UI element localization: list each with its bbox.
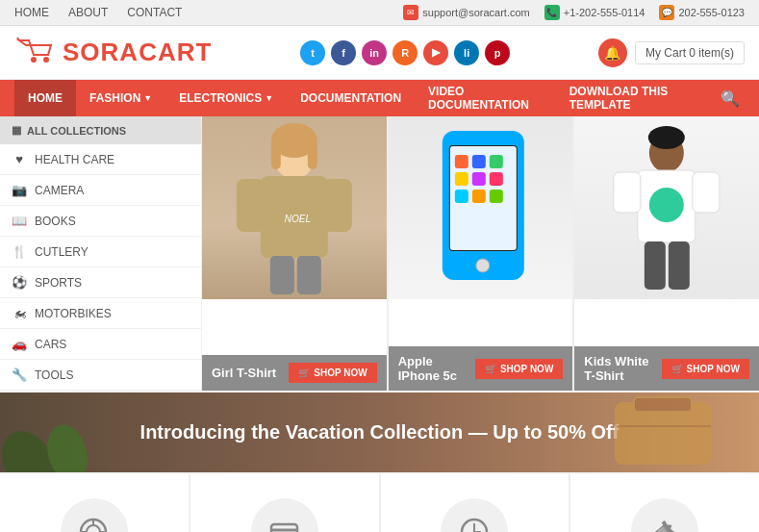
youtube-icon[interactable]: ▶ — [423, 40, 448, 65]
main-content: ▦ ALL COLLECTIONS ♥ HEALTH CARE 📷 CAMERA… — [0, 116, 759, 391]
navbar: HOME FASHION ▼ ELECTRONICS ▼ DOCUMENTATI… — [0, 80, 759, 116]
nav-item-video-docs[interactable]: VIDEO DOCUMENTATION — [415, 80, 556, 116]
sidebar: ▦ ALL COLLECTIONS ♥ HEALTH CARE 📷 CAMERA… — [0, 116, 202, 391]
svg-rect-19 — [489, 155, 502, 168]
product-area: NOEL Girl T-Shirt 🛒 SHOP NOW — [202, 116, 759, 391]
svg-rect-22 — [489, 172, 502, 186]
cutlery-icon: 🍴 — [12, 244, 27, 259]
svg-rect-11 — [271, 140, 281, 169]
payment-icon — [251, 498, 318, 532]
cart-btn-icon-2: 🛒 — [485, 364, 496, 374]
kids-svg — [574, 116, 759, 299]
nav-item-fashion[interactable]: FASHION ▼ — [76, 80, 165, 116]
product-image-3 — [574, 116, 759, 299]
sidebar-item-motorbikes[interactable]: 🏍 MOTORBIKES — [0, 298, 201, 329]
notification-bell[interactable]: 🔔 — [598, 38, 627, 67]
svg-rect-8 — [270, 256, 294, 294]
facebook-icon[interactable]: f — [331, 40, 356, 65]
product-image-1: NOEL — [202, 116, 387, 299]
icon-card-3 — [381, 474, 569, 532]
books-icon: 📖 — [12, 214, 27, 228]
contact-chat: 💬 202-555-0123 — [659, 5, 745, 20]
product-card-1: NOEL Girl T-Shirt 🛒 SHOP NOW — [202, 116, 387, 391]
nav-item-home[interactable]: HOME — [14, 80, 76, 116]
social-icons: t f in R ▶ li p — [300, 40, 510, 65]
email-icon: ✉ — [403, 5, 418, 20]
product-title-1: Girl T-Shirt — [212, 366, 276, 380]
sidebar-item-camera[interactable]: 📷 CAMERA — [0, 175, 201, 206]
cart-button[interactable]: My Cart 0 item(s) — [635, 41, 745, 64]
svg-point-31 — [649, 188, 684, 222]
nav-item-electronics[interactable]: ELECTRONICS ▼ — [165, 80, 287, 116]
shop-now-button-1[interactable]: 🛒 SHOP NOW — [289, 363, 376, 383]
pinterest-icon[interactable]: p — [485, 40, 510, 65]
cart-btn-icon-1: 🛒 — [298, 367, 310, 378]
svg-point-41 — [87, 525, 100, 533]
svg-point-2 — [31, 57, 37, 63]
bottom-icons — [0, 474, 759, 532]
nav-home[interactable]: HOME — [14, 6, 49, 19]
svg-rect-18 — [471, 155, 485, 168]
svg-rect-30 — [693, 172, 720, 213]
sidebar-item-books[interactable]: 📖 BOOKS — [0, 206, 201, 237]
logo[interactable]: SORACART — [14, 36, 212, 69]
clock-icon — [441, 498, 508, 532]
sidebar-item-cars[interactable]: 🚗 CARS — [0, 329, 201, 360]
phone-svg — [389, 116, 573, 299]
fashion-dropdown-arrow: ▼ — [143, 93, 152, 103]
nav-item-download[interactable]: DOWNLOAD THIS TEMPLATE — [556, 80, 716, 116]
product-card-3: Kids White T-Shirt 🛒 SHOP NOW — [574, 116, 759, 391]
instagram-icon[interactable]: in — [362, 40, 387, 65]
svg-point-26 — [475, 259, 489, 272]
sidebar-item-cutlery[interactable]: 🍴 CUTLERY — [0, 237, 201, 267]
svg-rect-20 — [454, 172, 468, 186]
camera-icon: 📷 — [12, 183, 27, 197]
nav-item-documentation[interactable]: DOCUMENTATION — [287, 80, 415, 116]
sports-icon: ⚽ — [12, 275, 27, 290]
sidebar-item-health-care[interactable]: ♥ HEALTH CARE — [0, 144, 201, 175]
svg-rect-9 — [297, 256, 321, 294]
search-button[interactable]: 🔍 — [716, 89, 745, 108]
banner-bag-image — [567, 393, 759, 472]
svg-rect-12 — [308, 140, 317, 169]
icon-card-2 — [190, 474, 379, 532]
phone-icon: 📞 — [544, 5, 560, 20]
svg-rect-7 — [323, 179, 352, 232]
cart-icon — [14, 36, 58, 69]
top-bar: HOME ABOUT CONTACT ✉ support@soracart.co… — [0, 0, 759, 26]
svg-rect-33 — [669, 241, 690, 290]
nav-contact[interactable]: CONTACT — [127, 6, 182, 19]
chat-icon: 💬 — [659, 5, 674, 20]
electronics-dropdown-arrow: ▼ — [265, 93, 273, 103]
product-overlay-3: Kids White T-Shirt 🛒 SHOP NOW — [574, 346, 759, 391]
support-icon — [61, 498, 128, 532]
product-overlay-1: Girl T-Shirt 🛒 SHOP NOW — [202, 355, 387, 391]
svg-rect-21 — [471, 172, 485, 186]
logo-text: SORACART — [63, 38, 212, 67]
rss-icon[interactable]: R — [392, 40, 417, 65]
shop-now-button-3[interactable]: 🛒 SHOP NOW — [662, 359, 749, 379]
svg-rect-25 — [489, 190, 502, 203]
banner-section: Introducing the Vacation Collection — Up… — [0, 393, 759, 472]
twitter-icon[interactable]: t — [300, 40, 325, 65]
top-contact-area: ✉ support@soracart.com 📞 +1-202-555-0114… — [403, 5, 745, 20]
sidebar-item-sports[interactable]: ⚽ SPORTS — [0, 267, 201, 298]
contact-phone: 📞 +1-202-555-0114 — [544, 5, 645, 20]
grid-icon: ▦ — [12, 124, 21, 137]
svg-rect-23 — [454, 190, 468, 203]
svg-rect-32 — [645, 241, 666, 290]
motorbike-icon: 🏍 — [12, 306, 27, 320]
svg-marker-0 — [19, 40, 51, 55]
contact-email: ✉ support@soracart.com — [403, 5, 529, 20]
cars-icon: 🚗 — [12, 337, 27, 351]
nav-about[interactable]: ABOUT — [68, 6, 108, 19]
person-svg-1: NOEL — [202, 116, 387, 299]
tools-icon: 🔧 — [12, 367, 27, 382]
icon-card-4 — [570, 474, 759, 532]
sidebar-item-tools[interactable]: 🔧 TOOLS — [0, 360, 201, 391]
shop-now-button-2[interactable]: 🛒 SHOP NOW — [475, 359, 563, 379]
cart-area[interactable]: 🔔 My Cart 0 item(s) — [598, 38, 745, 67]
linkedin-icon[interactable]: li — [454, 40, 479, 65]
sidebar-header: ▦ ALL COLLECTIONS — [0, 116, 201, 144]
product-card-2: Apple IPhone 5c 🛒 SHOP NOW — [389, 116, 573, 391]
